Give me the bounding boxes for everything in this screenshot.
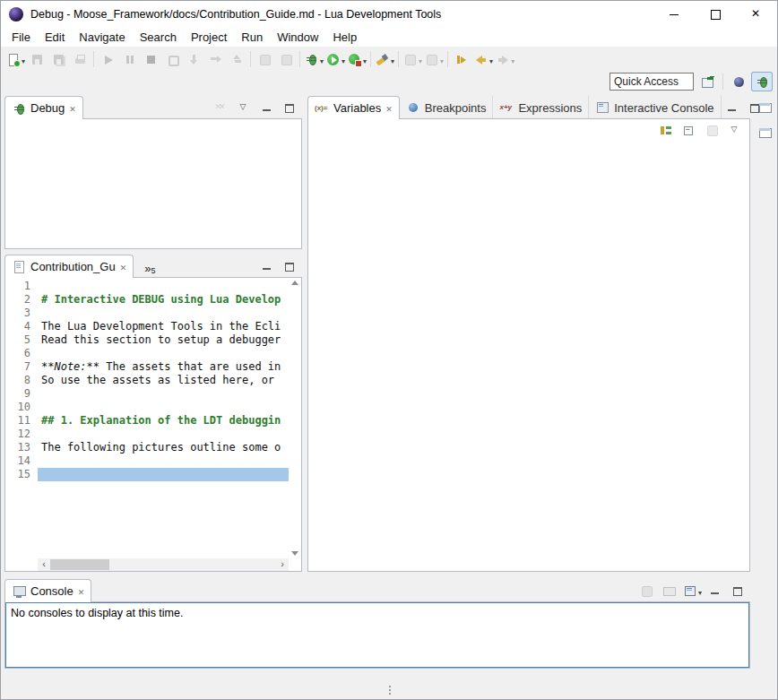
code-line[interactable]	[38, 307, 289, 320]
statusbar-grip[interactable]	[389, 686, 391, 696]
code-line[interactable]: The following pictures outline some o	[38, 441, 289, 454]
debug-button[interactable]	[303, 49, 324, 69]
line-number[interactable]: 8	[5, 374, 38, 387]
show-logical-structure-button[interactable]	[654, 120, 676, 140]
view-menu-icon	[237, 100, 252, 116]
open-console-button[interactable]	[681, 581, 703, 601]
perspective-bar	[609, 72, 773, 91]
line-number[interactable]: 12	[5, 428, 38, 441]
external-tools-button[interactable]	[346, 49, 367, 69]
code-line[interactable]	[38, 428, 289, 441]
line-number[interactable]: 13	[5, 441, 38, 454]
close-tab-icon[interactable]	[78, 584, 85, 598]
variables-view-content[interactable]	[307, 118, 750, 572]
debug-perspective-button[interactable]	[751, 72, 773, 91]
line-number[interactable]: 14	[5, 454, 38, 468]
code-line[interactable]	[38, 468, 289, 481]
code-line[interactable]	[38, 454, 289, 468]
tab-interactive-console[interactable]: Interactive Console	[589, 96, 721, 119]
view-menu-button[interactable]	[233, 98, 255, 117]
line-number-ruler[interactable]: 123456789101112131415	[5, 278, 38, 558]
code-line[interactable]	[38, 401, 289, 414]
restore-views-button[interactable]	[754, 123, 775, 143]
collapse-all-button[interactable]	[678, 120, 699, 140]
save-icon	[30, 52, 45, 67]
tab-breakpoints[interactable]: Breakpoints	[400, 96, 494, 119]
line-number[interactable]: 2	[5, 293, 38, 307]
code-line[interactable]: So use the assets as listed here, or	[38, 374, 289, 387]
close-button[interactable]	[736, 1, 777, 28]
code-line[interactable]: The Lua Development Tools in the Ecli	[38, 320, 289, 333]
line-number[interactable]: 5	[5, 333, 38, 347]
tab-expressions[interactable]: Expressions	[493, 96, 589, 119]
maximize-button[interactable]	[744, 98, 765, 117]
line-number[interactable]: 6	[5, 347, 38, 360]
lua-perspective-button[interactable]	[728, 72, 749, 91]
menu-project[interactable]: Project	[184, 28, 234, 47]
scroll-up-icon[interactable]	[291, 281, 298, 285]
maximize-button[interactable]	[726, 581, 748, 601]
quick-access-input[interactable]	[609, 73, 694, 91]
menu-window[interactable]: Window	[270, 28, 325, 47]
line-number[interactable]: 11	[5, 414, 38, 428]
menu-run[interactable]: Run	[234, 28, 270, 47]
scroll-right-icon[interactable]: ›	[276, 558, 289, 571]
minimize-button[interactable]	[704, 581, 725, 601]
editor-horizontal-scrollbar[interactable]: ‹ ›	[38, 558, 289, 571]
open-perspective-button[interactable]	[696, 72, 718, 91]
code-text: # Interactive DEBUG using Lua Develop	[41, 293, 281, 306]
console-content[interactable]: No consoles to display at this time.	[5, 602, 749, 668]
line-number[interactable]: 15	[5, 468, 38, 481]
last-edit-location-button[interactable]	[451, 49, 472, 69]
line-number[interactable]: 7	[5, 360, 38, 374]
scrollbar-thumb[interactable]	[50, 559, 109, 570]
menu-search[interactable]: Search	[133, 28, 184, 47]
breakpoints-icon	[406, 100, 420, 115]
tab-variables[interactable]: Variables	[307, 96, 400, 119]
run-button[interactable]	[324, 49, 346, 69]
back-button[interactable]	[472, 49, 494, 69]
tab-console[interactable]: Console	[4, 579, 91, 602]
code-line[interactable]: **Note:** The assets that are used in	[38, 360, 289, 374]
dropdown-arrow-icon	[488, 53, 493, 66]
debug-view-content[interactable]	[4, 118, 302, 249]
view-menu-button[interactable]	[724, 120, 746, 140]
tab-contribution-guide[interactable]: Contribution_Gu	[4, 255, 134, 278]
line-number[interactable]: 1	[5, 280, 38, 293]
new-file-icon	[5, 52, 21, 67]
maximize-button[interactable]	[278, 256, 299, 276]
code-line[interactable]: ## 1. Explanation of the LDT debuggin	[38, 414, 289, 428]
editor-text-area[interactable]: # Interactive DEBUG using Lua DevelopThe…	[38, 278, 289, 558]
close-tab-icon[interactable]	[69, 101, 76, 115]
menu-help[interactable]: Help	[325, 28, 364, 47]
menu-navigate[interactable]: Navigate	[72, 28, 132, 47]
maximize-button[interactable]	[278, 98, 299, 117]
new-file-button[interactable]	[4, 49, 26, 69]
close-tab-icon[interactable]	[120, 260, 127, 273]
minimize-button[interactable]	[653, 1, 695, 28]
code-line[interactable]: # Interactive DEBUG using Lua Develop	[38, 293, 289, 307]
minimize-button[interactable]	[255, 98, 277, 117]
tab-debug[interactable]: Debug	[4, 96, 83, 119]
code-line[interactable]	[38, 387, 289, 401]
menu-file[interactable]: File	[4, 28, 38, 47]
code-line[interactable]	[38, 280, 289, 293]
scroll-left-icon[interactable]: ‹	[38, 558, 50, 571]
line-number[interactable]: 10	[5, 401, 38, 414]
search-button[interactable]	[374, 49, 395, 69]
dropdown-arrow-icon	[341, 53, 345, 66]
close-tab-icon[interactable]	[385, 101, 393, 115]
code-line[interactable]	[38, 347, 289, 360]
scroll-down-icon[interactable]	[291, 551, 298, 556]
line-number[interactable]: 9	[5, 387, 38, 401]
minimize-button[interactable]	[722, 98, 743, 117]
maximize-button[interactable]	[695, 1, 736, 28]
line-number[interactable]: 4	[5, 320, 38, 333]
minimize-button[interactable]	[255, 256, 277, 276]
code-line[interactable]: Read this section to setup a debugger	[38, 333, 289, 347]
editor-vertical-scrollbar[interactable]	[289, 278, 301, 558]
disconnect-icon	[165, 52, 180, 67]
line-number[interactable]: 3	[5, 307, 38, 320]
menu-edit[interactable]: Edit	[38, 28, 72, 47]
tab-overflow-chevron[interactable]: »5	[139, 255, 160, 278]
